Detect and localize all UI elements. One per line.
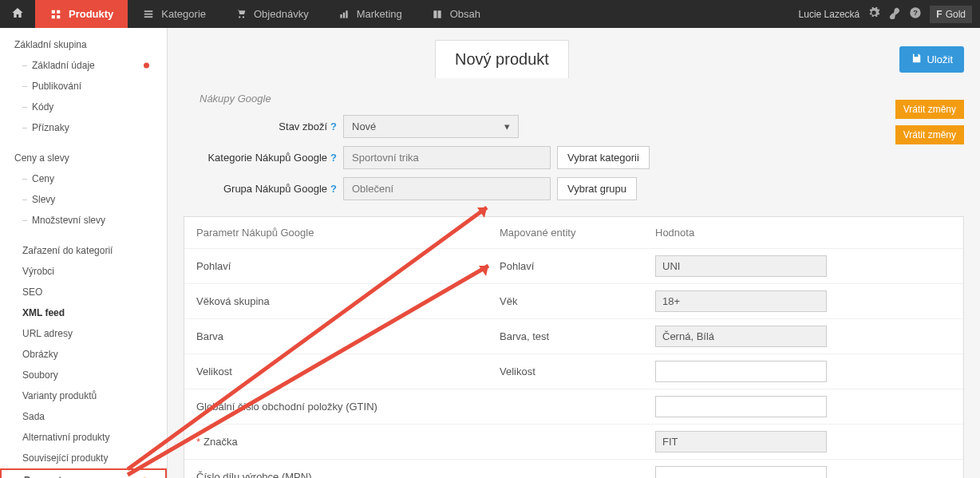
cart-icon [235,8,247,21]
sidebar-item-url[interactable]: URL adresy [0,323,167,344]
param-entity: Barva, test [500,330,655,342]
col-header-entity: Mapované entity [500,227,655,239]
section-label: Nákupy Google [184,86,964,111]
sidebar-item-parameters[interactable]: Parametry [0,468,167,478]
products-tab[interactable]: Produkty [35,0,128,28]
home-icon [11,6,24,22]
sidebar-item-related[interactable]: Související produkty [0,448,167,468]
categories-tab[interactable]: Kategorie [128,0,220,28]
required-star-icon: * [196,436,200,448]
table-row: BarvaBarva, test [184,319,963,354]
sidebar-group-prices: Ceny a slevy [0,148,167,168]
svg-rect-6 [144,16,153,18]
tab-label: Marketing [357,8,402,20]
table-row: *Značka [184,425,963,460]
save-button[interactable]: Uložit [899,46,964,73]
pick-group-button[interactable]: Vybrat grupu [557,177,637,200]
sidebar-item-prices[interactable]: Ceny [0,168,167,189]
top-navigation: Produkty Kategorie Objednávky Marketing … [0,0,980,28]
sidebar-item-images[interactable]: Obrázky [0,344,167,365]
link-icon[interactable] [888,6,901,22]
sidebar: Základní skupina Základní údaje Publikov… [0,28,168,478]
svg-rect-2 [52,15,55,18]
param-name: Globální číslo obchodní položky (GTIN) [196,401,500,413]
gear-icon[interactable] [867,6,880,22]
param-name: Věková skupina [196,295,500,307]
sidebar-group-basic: Základní skupina [0,34,167,55]
marketing-tab[interactable]: Marketing [323,0,417,28]
state-select[interactable]: Nové ▾ [343,115,519,138]
orders-tab[interactable]: Objednávky [220,0,323,28]
table-row: PohlavíPohlaví [184,249,963,284]
params-table: Parametr Nákupů Google Mapované entity H… [184,216,964,478]
user-name[interactable]: Lucie Lazecká [799,9,860,20]
sidebar-item-seo[interactable]: SEO [0,282,167,302]
main-content: Nový produkt Uložit Vrátit změny Vrátit … [168,28,980,478]
param-value-input[interactable] [655,290,827,312]
col-header-param: Parametr Nákupů Google [196,227,500,239]
pick-category-button[interactable]: Vybrat kategorii [557,146,650,169]
revert-button[interactable]: Vrátit změny [895,125,964,144]
sidebar-item-manufacturers[interactable]: Výrobci [0,261,167,282]
page-title: Nový produkt [435,40,569,78]
book-icon [431,8,444,21]
revert-button[interactable]: Vrátit změny [895,100,964,119]
param-entity: Pohlaví [500,260,655,272]
param-value-input[interactable] [655,255,827,277]
sidebar-item-qty-discounts[interactable]: Množstevní slevy [0,210,167,231]
sidebar-item-publishing[interactable]: Publikování [0,76,167,97]
chevron-down-icon: ▾ [504,120,510,132]
tab-label: Obsah [450,8,480,20]
sidebar-item-basic-data[interactable]: Základní údaje [0,55,167,76]
help-icon[interactable]: ? [330,183,337,195]
grid-icon [49,8,62,21]
param-name: Pohlaví [196,260,500,272]
col-header-value: Hodnota [655,227,951,239]
group-field: Oblečení [343,177,551,200]
sidebar-item-xml-feed[interactable]: XML feed [0,302,167,323]
table-row: Věková skupinaVěk [184,284,963,319]
sidebar-item-set[interactable]: Sada [0,406,167,427]
sidebar-item-categories[interactable]: Zařazení do kategorií [0,240,167,261]
tab-label: Kategorie [161,8,206,20]
sidebar-item-codes[interactable]: Kódy [0,97,167,117]
help-icon[interactable]: ? [330,120,337,132]
sidebar-item-alternative[interactable]: Alternativní produkty [0,427,167,448]
param-name: Barva [196,330,500,342]
tab-label: Objednávky [254,8,309,20]
dot-indicator-icon [144,63,149,69]
gold-badge[interactable]: F Gold [930,6,972,23]
save-icon [911,53,922,66]
param-name: Velikost [196,365,500,377]
svg-rect-3 [57,15,60,18]
param-name: *Značka [196,436,500,448]
content-tab[interactable]: Obsah [417,0,495,28]
svg-rect-0 [52,10,55,13]
svg-text:?: ? [913,9,918,17]
param-value-input[interactable] [655,431,827,452]
help-icon[interactable]: ? [330,152,337,164]
field-label: Kategorie Nákupů Google [207,152,327,164]
sidebar-item-files[interactable]: Soubory [0,365,167,385]
param-value-input[interactable] [655,361,827,382]
f-icon: F [936,9,942,20]
sidebar-item-discounts[interactable]: Slevy [0,189,167,210]
param-value-input[interactable] [655,396,827,417]
field-label: Stav zboží [279,120,327,132]
param-value-input[interactable] [655,326,827,347]
table-row: Číslo dílu výrobce (MPN) [184,460,963,478]
category-field: Sportovní trika [343,146,551,169]
sidebar-item-variants[interactable]: Varianty produktů [0,385,167,406]
svg-rect-7 [340,14,342,18]
param-entity: Velikost [500,365,655,377]
list-icon [142,8,155,21]
sidebar-item-flags[interactable]: Příznaky [0,117,167,138]
home-tab[interactable] [0,0,35,28]
svg-rect-9 [346,10,347,18]
chart-icon [338,8,350,21]
svg-rect-1 [57,10,60,13]
param-entity: Věk [500,295,655,307]
help-icon[interactable]: ? [909,6,922,22]
param-value-input[interactable] [655,466,827,478]
svg-rect-8 [342,12,344,18]
